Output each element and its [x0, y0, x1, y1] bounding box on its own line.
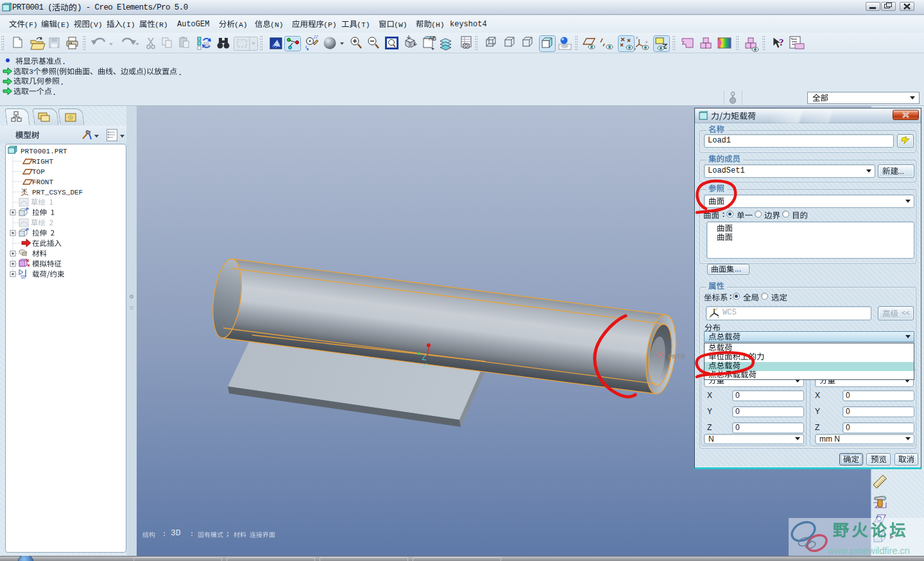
svg-text:AB: AB [429, 35, 436, 42]
svg-text:x: x [717, 315, 719, 319]
svg-text:z: z [634, 47, 636, 51]
svg-text:PNT0: PNT0 [668, 353, 685, 361]
svg-text:y: y [636, 35, 638, 39]
svg-text:x: x [646, 40, 647, 44]
svg-text:Y: Y [715, 307, 718, 311]
svg-text:?: ? [779, 37, 784, 47]
